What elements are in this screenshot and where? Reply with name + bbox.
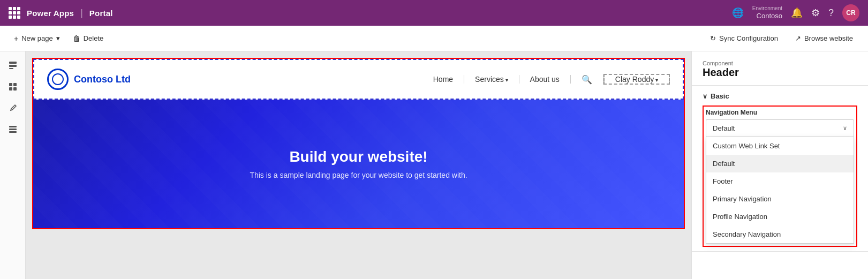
nav-services[interactable]: Services <box>464 75 519 84</box>
app-grid-icon[interactable] <box>9 7 20 19</box>
site-logo: Contoso Ltd <box>47 69 131 90</box>
logo-inner-circle <box>52 73 64 85</box>
nav-user-button[interactable]: Clay Roddy <box>603 74 670 85</box>
left-sidebar <box>0 51 26 279</box>
sidebar-components-icon[interactable] <box>3 77 22 96</box>
new-page-label: New page <box>21 34 53 42</box>
delete-label: Delete <box>84 34 104 42</box>
svg-rect-3 <box>9 83 12 86</box>
settings-icon[interactable]: ⚙ <box>811 7 820 19</box>
delete-icon: 🗑 <box>73 34 80 43</box>
hero-title: Build your website! <box>250 148 467 165</box>
notification-icon[interactable]: 🔔 <box>791 7 803 19</box>
option-default[interactable]: Default <box>706 155 854 172</box>
browse-website-label: Browse website <box>804 34 853 42</box>
environment-name: Contoso <box>757 12 782 21</box>
component-label: Component <box>703 60 857 66</box>
sync-config-label: Sync Configuration <box>719 34 778 42</box>
right-panel: Component Header ∨ Basic Navigation Menu… <box>691 51 868 279</box>
svg-rect-2 <box>9 68 13 69</box>
delete-button[interactable]: 🗑 Delete <box>67 31 109 46</box>
top-bar: Power Apps | Portal 🌐 Environment Contos… <box>0 0 868 26</box>
new-page-button[interactable]: + New page ▾ <box>9 31 65 46</box>
help-icon[interactable]: ? <box>828 7 834 19</box>
option-secondary-navigation[interactable]: Secondary Navigation <box>706 225 854 243</box>
dropdown-chevron-icon: ∨ <box>843 125 847 132</box>
sync-icon: ↻ <box>710 34 716 42</box>
option-primary-navigation[interactable]: Primary Navigation <box>706 190 854 208</box>
svg-rect-6 <box>13 87 17 91</box>
component-title: Header <box>703 66 857 79</box>
svg-rect-5 <box>9 87 12 91</box>
dropdown-options-list: Custom Web Link Set Default Footer Prima… <box>706 137 854 244</box>
logo-circle-icon <box>47 69 69 90</box>
basic-section-toggle[interactable]: ∨ Basic <box>703 92 857 100</box>
globe-env-icon: 🌐 <box>732 7 744 19</box>
app-name: Power Apps <box>27 9 74 18</box>
logo-text: Contoso Ltd <box>74 74 131 85</box>
svg-rect-8 <box>9 129 17 130</box>
option-profile-navigation[interactable]: Profile Navigation <box>706 208 854 225</box>
right-panel-header: Component Header <box>692 51 868 86</box>
sidebar-tools-icon[interactable] <box>3 99 22 118</box>
section-label: Basic <box>711 92 729 100</box>
selected-option-label: Default <box>713 124 735 132</box>
site-navigation: Home Services About us 🔍 Clay Roddy <box>422 74 670 85</box>
title-separator: | <box>80 7 83 19</box>
new-page-chevron: ▾ <box>56 34 60 42</box>
nav-menu-container: Navigation Menu Default ∨ Custom Web Lin… <box>703 105 857 247</box>
environment-label: Environment <box>752 5 782 12</box>
external-link-icon: ↗ <box>795 34 801 42</box>
hero-subtitle: This is a sample landing page for your w… <box>250 171 467 179</box>
option-footer[interactable]: Footer <box>706 172 854 190</box>
top-bar-right: 🌐 Environment Contoso 🔔 ⚙ ? CR <box>732 4 859 21</box>
toolbar-right: ↻ Sync Configuration ↗ Browse website <box>704 31 859 46</box>
plus-icon: + <box>14 34 18 43</box>
user-avatar[interactable]: CR <box>842 4 859 21</box>
sync-config-button[interactable]: ↻ Sync Configuration <box>704 31 784 46</box>
main-layout: Contoso Ltd Home Services About us 🔍 Cla… <box>0 51 868 279</box>
sidebar-data-icon[interactable] <box>3 120 22 139</box>
svg-rect-9 <box>9 131 17 133</box>
svg-rect-0 <box>9 62 17 64</box>
svg-rect-1 <box>9 65 17 67</box>
sidebar-pages-icon[interactable] <box>3 56 22 75</box>
svg-rect-4 <box>13 83 17 86</box>
hero-section: Build your website! This is a sample lan… <box>33 100 684 228</box>
site-header: Contoso Ltd Home Services About us 🔍 Cla… <box>33 59 684 100</box>
option-custom-web-link-set[interactable]: Custom Web Link Set <box>706 137 854 155</box>
svg-rect-7 <box>9 126 17 127</box>
nav-home[interactable]: Home <box>422 75 464 84</box>
nav-menu-field-label: Navigation Menu <box>706 109 854 116</box>
canvas-area[interactable]: Contoso Ltd Home Services About us 🔍 Cla… <box>26 51 691 279</box>
environment-info: Environment Contoso <box>752 5 782 21</box>
nav-menu-select[interactable]: Default ∨ <box>706 119 854 137</box>
browse-website-button[interactable]: ↗ Browse website <box>789 31 859 46</box>
hero-content: Build your website! This is a sample lan… <box>250 148 467 179</box>
nav-search-icon[interactable]: 🔍 <box>571 74 603 85</box>
website-preview: Contoso Ltd Home Services About us 🔍 Cla… <box>32 58 685 229</box>
toolbar: + New page ▾ 🗑 Delete ↻ Sync Configurati… <box>0 26 868 51</box>
nav-about[interactable]: About us <box>519 75 571 84</box>
portal-label: Portal <box>89 9 113 18</box>
section-chevron-icon: ∨ <box>703 93 707 100</box>
basic-section: ∨ Basic Navigation Menu Default ∨ Custom… <box>692 86 868 252</box>
